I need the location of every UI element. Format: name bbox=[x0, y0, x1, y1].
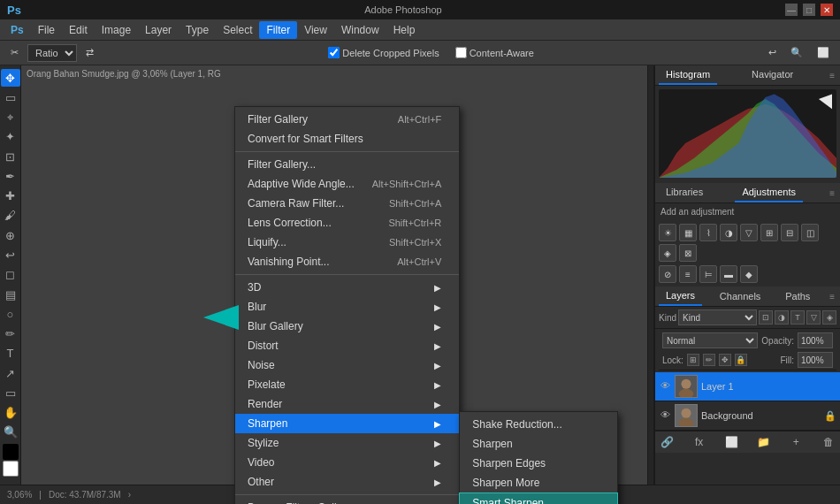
crop-tool-icon[interactable]: ✂ bbox=[5, 45, 24, 60]
layer-item-layer1[interactable]: 👁 Layer 1 bbox=[655, 372, 840, 401]
magic-wand-tool[interactable]: ✦ bbox=[1, 128, 20, 146]
menu-window[interactable]: Window bbox=[334, 21, 386, 39]
new-layer-icon[interactable]: + bbox=[788, 434, 804, 450]
new-group-icon[interactable]: 📁 bbox=[756, 434, 772, 450]
selective-color-icon[interactable]: ◆ bbox=[740, 265, 758, 283]
camera-raw-item[interactable]: Camera Raw Filter... Shift+Ctrl+A bbox=[235, 194, 459, 213]
lock-move-icon[interactable]: ✥ bbox=[719, 354, 731, 366]
menu-layer[interactable]: Layer bbox=[138, 21, 179, 39]
lock-all-icon[interactable]: 🔒 bbox=[735, 354, 747, 366]
path-selection-tool[interactable]: ↗ bbox=[1, 364, 20, 382]
link-layers-icon[interactable]: 🔗 bbox=[659, 434, 675, 450]
gradient-tool[interactable]: ▤ bbox=[1, 286, 20, 303]
menu-help[interactable]: Help bbox=[386, 21, 423, 39]
collapse-adjustments[interactable]: ≡ bbox=[828, 187, 836, 200]
move-tool[interactable]: ✥ bbox=[1, 69, 20, 87]
filter-gallery-item[interactable]: Filter Gallery Alt+Ctrl+F bbox=[235, 110, 459, 129]
background-color[interactable] bbox=[3, 461, 19, 477]
tab-paths[interactable]: Paths bbox=[778, 287, 817, 305]
lasso-tool[interactable]: ⌖ bbox=[1, 109, 20, 126]
brightness-icon[interactable]: ☀ bbox=[659, 224, 676, 241]
layer-item-background[interactable]: 👁 Background 🔒 bbox=[655, 401, 840, 431]
swap-icon[interactable]: ⇄ bbox=[80, 45, 99, 60]
noise-item[interactable]: Noise ▶ bbox=[235, 355, 459, 375]
filter-smart-icon[interactable]: ◈ bbox=[822, 310, 836, 325]
invert-icon[interactable]: ⊘ bbox=[659, 265, 676, 283]
maximize-button[interactable]: □ bbox=[803, 4, 815, 16]
tab-navigator[interactable]: Navigator bbox=[745, 65, 800, 85]
clone-tool[interactable]: ⊕ bbox=[1, 226, 20, 244]
collapse-layers[interactable]: ≡ bbox=[828, 290, 836, 303]
sharpen-submenu-item[interactable]: Sharpen bbox=[460, 434, 617, 454]
distort-item[interactable]: Distort ▶ bbox=[235, 336, 459, 355]
menu-type[interactable]: Type bbox=[179, 21, 216, 39]
exposure-icon[interactable]: ◑ bbox=[720, 224, 737, 241]
photfilter-icon[interactable]: ◈ bbox=[659, 244, 676, 262]
content-aware-checkbox[interactable] bbox=[455, 47, 467, 58]
delete-layer-icon[interactable]: 🗑 bbox=[821, 434, 836, 450]
collapse-histogram[interactable]: ≡ bbox=[828, 69, 836, 82]
filter-type-icon[interactable]: T bbox=[790, 310, 805, 325]
filter-pixel-icon[interactable]: ⊡ bbox=[759, 310, 773, 325]
delete-cropped-checkbox[interactable] bbox=[328, 47, 340, 58]
posterize-icon[interactable]: ≡ bbox=[679, 265, 697, 283]
browse-filters-item[interactable]: Browse Filters Online... bbox=[235, 498, 459, 504]
eyedropper-tool[interactable]: ✒ bbox=[1, 167, 20, 185]
layer1-visibility-icon[interactable]: 👁 bbox=[659, 380, 671, 393]
workspace-icon[interactable]: ⬜ bbox=[812, 45, 835, 60]
lock-image-icon[interactable]: ✏ bbox=[703, 354, 715, 366]
hsl-icon[interactable]: ⊞ bbox=[760, 224, 778, 241]
fill-input[interactable] bbox=[798, 352, 833, 368]
brush-tool[interactable]: 🖌 bbox=[1, 207, 20, 225]
minimize-button[interactable]: — bbox=[785, 4, 798, 16]
tab-histogram[interactable]: Histogram bbox=[659, 65, 717, 85]
vanishing-point-item[interactable]: Vanishing Point... Alt+Ctrl+V bbox=[235, 252, 459, 271]
other-item[interactable]: Other ▶ bbox=[235, 472, 459, 492]
undo-icon[interactable]: ↩ bbox=[763, 45, 782, 60]
threshold-icon[interactable]: ⊨ bbox=[699, 265, 717, 283]
eraser-tool[interactable]: ◻ bbox=[1, 266, 20, 284]
gradient-map-icon[interactable]: ▬ bbox=[720, 265, 737, 283]
healing-tool[interactable]: ✚ bbox=[1, 187, 20, 205]
vibrance-icon[interactable]: ▽ bbox=[740, 224, 758, 241]
tab-libraries[interactable]: Libraries bbox=[659, 183, 710, 202]
sharpen-edges-item[interactable]: Sharpen Edges bbox=[460, 454, 617, 473]
menu-select[interactable]: Select bbox=[216, 21, 259, 39]
layer-effects-icon[interactable]: fx bbox=[691, 434, 707, 450]
blur-gallery-item[interactable]: Blur Gallery ▶ bbox=[235, 317, 459, 336]
dodge-tool[interactable]: ○ bbox=[1, 305, 20, 323]
menu-view[interactable]: View bbox=[297, 21, 334, 39]
blend-mode-select[interactable]: Normal bbox=[662, 332, 758, 348]
levels-icon[interactable]: ▦ bbox=[679, 224, 697, 241]
curves-icon[interactable]: ⌇ bbox=[699, 224, 717, 241]
lens-correction-item[interactable]: Lens Correction... Shift+Ctrl+R bbox=[235, 213, 459, 233]
tab-channels[interactable]: Channels bbox=[713, 287, 767, 305]
adaptive-wide-item[interactable]: Adaptive Wide Angle... Alt+Shift+Ctrl+A bbox=[235, 174, 459, 194]
render-item[interactable]: Render ▶ bbox=[235, 394, 459, 414]
sharpen-item[interactable]: Sharpen ▶ Shake Reduction... Sharpen Sha… bbox=[235, 414, 459, 433]
filter-adjust-icon[interactable]: ◑ bbox=[775, 310, 789, 325]
filter-gallery2-item[interactable]: Filter Gallery... bbox=[235, 155, 459, 174]
shape-tool[interactable]: ▭ bbox=[1, 384, 20, 401]
video-item[interactable]: Video ▶ bbox=[235, 453, 459, 472]
tab-layers[interactable]: Layers bbox=[659, 286, 702, 306]
filter-shape-icon[interactable]: ▽ bbox=[806, 310, 821, 325]
opacity-input[interactable] bbox=[798, 332, 833, 348]
background-visibility-icon[interactable]: 👁 bbox=[659, 409, 671, 422]
menu-image[interactable]: Image bbox=[95, 21, 138, 39]
colorbalance-icon[interactable]: ⊟ bbox=[781, 224, 798, 241]
selection-tool[interactable]: ▭ bbox=[1, 88, 20, 106]
convert-smart-item[interactable]: Convert for Smart Filters bbox=[235, 129, 459, 149]
menu-edit[interactable]: Edit bbox=[62, 21, 95, 39]
menu-filter[interactable]: Filter bbox=[259, 21, 297, 39]
crop-tool[interactable]: ⊡ bbox=[1, 148, 20, 165]
close-button[interactable]: ✕ bbox=[821, 4, 833, 16]
3d-item[interactable]: 3D ▶ bbox=[235, 278, 459, 297]
blur-item[interactable]: Blur ▶ bbox=[235, 297, 459, 317]
pixelate-item[interactable]: Pixelate ▶ bbox=[235, 375, 459, 394]
history-brush-tool[interactable]: ↩ bbox=[1, 246, 20, 263]
sharpen-more-item[interactable]: Sharpen More bbox=[460, 473, 617, 493]
menu-ps[interactable]: Ps bbox=[4, 21, 31, 39]
vertical-separator[interactable] bbox=[647, 65, 654, 485]
zoom-tool[interactable]: 🔍 bbox=[1, 424, 20, 441]
